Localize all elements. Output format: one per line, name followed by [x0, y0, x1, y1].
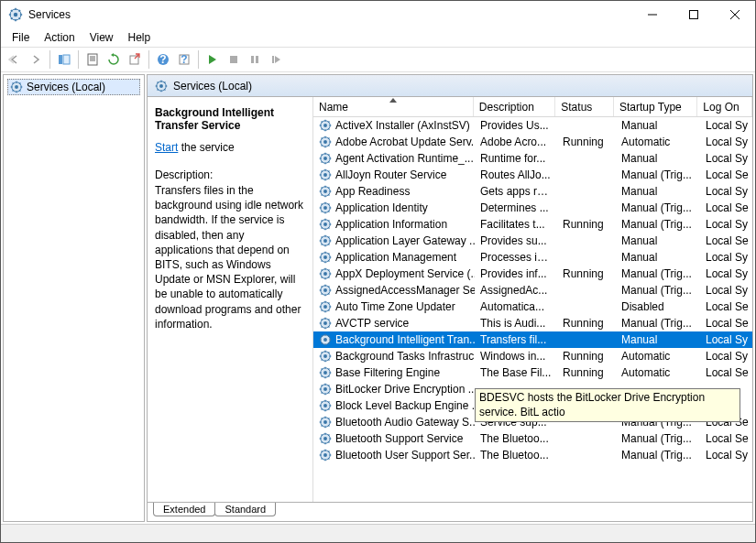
svg-text:?: ? — [159, 53, 166, 66]
gear-icon — [319, 251, 332, 264]
tab-extended[interactable]: Extended — [153, 503, 215, 516]
svg-rect-14 — [59, 55, 62, 64]
cell-name: Application Management — [313, 251, 475, 264]
app-icon — [8, 7, 23, 22]
column-startup-type[interactable]: Startup Type — [614, 97, 697, 116]
table-row[interactable]: Bluetooth Support ServiceThe Bluetoo...M… — [313, 430, 752, 447]
svg-rect-20 — [130, 56, 138, 64]
cell-description: Provides Us... — [475, 119, 557, 132]
forward-button[interactable] — [26, 49, 46, 70]
help-button[interactable]: ? — [153, 49, 173, 70]
table-row[interactable]: Auto Time Zone UpdaterAutomatica...Disab… — [313, 299, 752, 315]
service-action-line: Start the service — [155, 141, 305, 154]
table-row[interactable]: Base Filtering EngineThe Base Fil...Runn… — [313, 364, 752, 381]
show-hide-tree-button[interactable] — [54, 49, 74, 70]
gear-icon — [319, 350, 332, 363]
services-list: Name Description Status Startup Type Log… — [312, 97, 752, 503]
cell-status: Running — [557, 366, 616, 379]
description-text: Transfers files in the background using … — [155, 183, 305, 331]
cell-startup: Disabled — [616, 300, 700, 313]
column-status[interactable]: Status — [555, 97, 614, 116]
table-row[interactable]: Background Tasks Infrastruc...Windows in… — [313, 348, 752, 364]
table-row[interactable]: ActiveX Installer (AxInstSV)Provides Us.… — [313, 117, 752, 134]
cell-logon: Local Sy — [700, 267, 752, 280]
gear-icon — [319, 201, 332, 214]
cell-name: Application Identity — [313, 201, 475, 214]
cell-logon: Local Se — [700, 300, 752, 313]
table-row[interactable]: Application IdentityDetermines ...Manual… — [313, 200, 752, 216]
table-row[interactable]: Agent Activation Runtime_...Runtime for.… — [313, 150, 752, 167]
column-name[interactable]: Name — [313, 97, 474, 116]
cell-description: The Bluetoo... — [475, 432, 557, 445]
cell-logon: Local Sy — [700, 449, 752, 462]
cell-status: Running — [557, 136, 616, 148]
refresh-button[interactable] — [104, 49, 124, 70]
table-row[interactable]: AssignedAccessManager Se...AssignedAc...… — [313, 282, 752, 299]
cell-name: Application Information — [313, 218, 475, 231]
stop-service-button[interactable] — [224, 49, 244, 70]
cell-description: Windows in... — [475, 350, 557, 363]
start-service-button[interactable] — [203, 49, 223, 70]
gear-icon — [319, 168, 332, 181]
cell-description: Gets apps re... — [475, 185, 557, 198]
menu-help[interactable]: Help — [123, 29, 157, 46]
table-row[interactable]: App ReadinessGets apps re...ManualLocal … — [313, 183, 752, 200]
table-row[interactable]: AVCTP serviceThis is Audi...RunningManua… — [313, 315, 752, 331]
cell-name: Adobe Acrobat Update Serv... — [313, 136, 475, 148]
cell-description: Provides inf... — [475, 267, 557, 280]
cell-description: The Base Fil... — [475, 366, 557, 379]
table-row[interactable]: Adobe Acrobat Update Serv...Adobe Acro..… — [313, 134, 752, 150]
cell-name: Application Layer Gateway ... — [313, 234, 475, 247]
pause-service-button[interactable] — [245, 49, 265, 70]
column-description[interactable]: Description — [474, 97, 555, 116]
gear-icon — [319, 317, 332, 330]
maximize-button[interactable] — [673, 1, 714, 28]
tab-standard[interactable]: Standard — [214, 503, 276, 516]
cell-startup: Manual — [616, 185, 700, 198]
table-row[interactable]: AppX Deployment Service (...Provides inf… — [313, 266, 752, 282]
table-row[interactable]: Background Intelligent Tran...Transfers … — [313, 331, 752, 348]
content-header-title: Services (Local) — [173, 80, 252, 92]
cell-logon: Local Sy — [700, 333, 752, 346]
start-suffix: the service — [178, 141, 234, 154]
cell-logon: Local Se — [700, 168, 752, 181]
cell-status: Running — [557, 317, 616, 330]
gear-icon — [319, 416, 332, 429]
cell-logon: Local Sy — [700, 350, 752, 363]
gear-icon — [319, 366, 332, 379]
menu-file[interactable]: File — [6, 29, 35, 46]
minimize-button[interactable] — [631, 1, 673, 28]
table-row[interactable]: Bluetooth User Support Ser...The Bluetoo… — [313, 447, 752, 463]
cell-description: This is Audi... — [475, 317, 557, 330]
cell-logon: Local Sy — [700, 136, 752, 148]
properties-button[interactable] — [82, 49, 103, 70]
menu-view[interactable]: View — [84, 29, 119, 46]
gear-icon — [319, 185, 332, 198]
cell-name: Base Filtering Engine — [313, 366, 475, 379]
cell-name: AppX Deployment Service (... — [313, 267, 475, 280]
tree-item-services-local[interactable]: Services (Local) — [7, 79, 140, 95]
column-log-on[interactable]: Log On — [697, 97, 752, 116]
cell-logon: Local Sy — [700, 251, 752, 264]
main-area: Services (Local) Services (Local) Backgr… — [1, 72, 755, 524]
table-row[interactable]: Application InformationFacilitates t...R… — [313, 216, 752, 233]
back-button[interactable] — [5, 49, 25, 70]
cell-status: Running — [557, 218, 616, 231]
table-row[interactable]: AllJoyn Router ServiceRoutes AllJo...Man… — [313, 167, 752, 183]
start-link[interactable]: Start — [155, 141, 178, 154]
service-rows[interactable]: ActiveX Installer (AxInstSV)Provides Us.… — [313, 117, 752, 503]
export-button[interactable] — [125, 49, 145, 70]
cell-description: Provides su... — [475, 234, 557, 247]
view-tabs: Extended Standard — [148, 502, 752, 520]
cell-name: Background Tasks Infrastruc... — [313, 350, 475, 363]
close-button[interactable] — [714, 1, 755, 28]
menu-action[interactable]: Action — [38, 29, 80, 46]
gear-icon — [319, 284, 332, 297]
table-row[interactable]: Application ManagementProcesses in...Man… — [313, 249, 752, 266]
table-row[interactable]: Application Layer Gateway ...Provides su… — [313, 233, 752, 249]
cell-description: AssignedAc... — [475, 284, 557, 297]
restart-service-button[interactable] — [266, 49, 286, 70]
cell-logon: Local Se — [700, 366, 752, 379]
svg-rect-28 — [272, 56, 274, 63]
help-topics-button[interactable]: ? — [174, 49, 194, 70]
